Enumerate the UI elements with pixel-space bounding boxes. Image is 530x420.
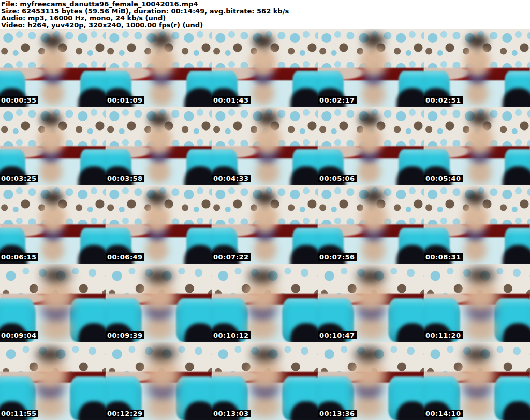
timestamp-overlay: 00:09:39	[106, 331, 144, 339]
timestamp-overlay: 00:06:49	[106, 253, 144, 261]
blurred-subject-placeholder	[242, 110, 293, 185]
timestamp-overlay: 00:03:25	[0, 175, 38, 182]
blurred-subject-placeholder	[26, 112, 75, 185]
thumbnail-image-placeholder	[106, 107, 212, 185]
timestamp-overlay: 00:13:36	[318, 410, 357, 417]
video-thumbnail: 00:03:25	[0, 107, 106, 185]
blurred-subject-placeholder	[348, 189, 399, 264]
video-thumbnail: 00:08:31	[424, 185, 530, 263]
blurred-subject-placeholder	[230, 269, 295, 342]
video-thumbnail: 00:14:10	[424, 342, 530, 420]
timestamp-overlay: 00:11:20	[424, 331, 463, 339]
video-thumbnail: 00:00:35	[0, 29, 106, 107]
video-thumbnail: 00:09:04	[0, 264, 106, 342]
blurred-subject-placeholder	[28, 190, 77, 263]
blurred-subject-placeholder	[128, 345, 197, 420]
thumbnail-image-placeholder	[318, 264, 424, 342]
timestamp-overlay: 00:03:58	[106, 175, 144, 182]
blurred-subject-placeholder	[451, 190, 499, 263]
timestamp-overlay: 00:07:22	[212, 253, 251, 261]
timestamp-overlay: 00:08:31	[424, 253, 463, 261]
thumbnail-image-placeholder	[0, 264, 106, 342]
timestamp-overlay: 00:02:51	[424, 96, 463, 104]
blurred-subject-placeholder	[453, 34, 502, 107]
video-thumbnail: 00:10:12	[212, 264, 318, 342]
video-info-line: Video: h264, yuv420p, 320x240, 1000.00 f…	[1, 22, 530, 29]
video-thumbnail: 00:03:58	[106, 107, 212, 185]
timestamp-overlay: 00:10:12	[212, 331, 251, 339]
thumbnail-image-placeholder	[0, 185, 106, 263]
video-thumbnail: 00:09:39	[106, 264, 212, 342]
blurred-subject-placeholder	[232, 347, 298, 420]
timestamp-overlay: 00:05:06	[318, 175, 357, 182]
video-thumbnail: 00:13:36	[318, 342, 424, 420]
blurred-subject-placeholder	[348, 32, 399, 107]
thumbnail-image-placeholder	[212, 342, 318, 420]
timestamp-overlay: 00:09:04	[0, 331, 38, 339]
blurred-subject-placeholder	[135, 112, 183, 185]
video-thumbnail: 00:07:56	[318, 185, 424, 263]
thumbnail-image-placeholder	[424, 342, 530, 420]
timestamp-overlay: 00:14:10	[424, 410, 463, 417]
thumbnail-image-placeholder	[318, 185, 424, 263]
thumbnail-image-placeholder	[0, 107, 106, 185]
timestamp-overlay: 00:11:55	[0, 410, 38, 417]
blurred-subject-placeholder	[447, 267, 515, 342]
blurred-subject-placeholder	[239, 34, 287, 107]
thumbnail-image-placeholder	[212, 264, 318, 342]
thumbnail-image-placeholder	[424, 107, 530, 185]
video-thumbnail: 00:01:09	[106, 29, 212, 107]
thumbnail-image-placeholder	[0, 342, 106, 420]
video-thumbnail: 00:04:33	[212, 107, 318, 185]
blurred-subject-placeholder	[136, 32, 187, 107]
video-thumbnail: 00:05:40	[424, 107, 530, 185]
thumbnail-image-placeholder	[212, 185, 318, 263]
timestamp-overlay: 00:01:09	[106, 96, 144, 104]
video-thumbnail: 00:12:29	[106, 342, 212, 420]
video-thumbnail: 00:13:03	[212, 342, 318, 420]
thumbnail-image-placeholder	[424, 264, 530, 342]
blurred-subject-placeholder	[345, 112, 393, 185]
video-thumbnail: 00:02:17	[318, 29, 424, 107]
video-thumbnail: 00:01:43	[212, 29, 318, 107]
thumbnail-image-placeholder	[424, 29, 530, 107]
thumbnail-image-placeholder	[212, 29, 318, 107]
blurred-subject-placeholder	[132, 190, 181, 263]
timestamp-overlay: 00:06:15	[0, 253, 38, 261]
timestamp-overlay: 00:01:43	[212, 96, 251, 104]
blurred-subject-placeholder	[336, 347, 401, 420]
video-thumbnail: 00:11:20	[424, 264, 530, 342]
thumbnail-image-placeholder	[106, 342, 212, 420]
timestamp-overlay: 00:12:29	[106, 410, 144, 417]
audio-info-line: Audio: mp3, 16000 Hz, mono, 24 kb/s (und…	[1, 15, 530, 22]
timestamp-overlay: 00:13:03	[212, 410, 251, 417]
thumbnail-grid: 00:00:35 00:01:09 00:01:43	[0, 29, 530, 420]
timestamp-overlay: 00:04:33	[212, 175, 251, 182]
timestamp-overlay: 00:07:56	[318, 253, 357, 261]
video-thumbnail: 00:10:47	[318, 264, 424, 342]
thumbnail-image-placeholder	[318, 107, 424, 185]
file-name-line: File: myfreecams_danutta96_female_100420…	[1, 1, 530, 8]
thumbnail-image-placeholder	[318, 342, 424, 420]
video-thumbnail: 00:05:06	[318, 107, 424, 185]
thumbnail-image-placeholder	[106, 29, 212, 107]
thumbnail-image-placeholder	[318, 29, 424, 107]
blurred-subject-placeholder	[338, 269, 404, 342]
video-thumbnail: 00:06:15	[0, 185, 106, 263]
blurred-subject-placeholder	[22, 267, 91, 342]
blurred-subject-placeholder	[241, 190, 289, 263]
file-size-line: Size: 62453115 bytes (59.56 MiB), durati…	[1, 8, 530, 15]
thumbnail-image-placeholder	[106, 264, 212, 342]
video-thumbnail: 00:07:22	[212, 185, 318, 263]
video-thumbnail: 00:02:51	[424, 29, 530, 107]
thumbnail-image-placeholder	[424, 185, 530, 263]
timestamp-overlay: 00:05:40	[424, 175, 463, 182]
timestamp-overlay: 00:00:35	[0, 96, 38, 104]
file-info-header: File: myfreecams_danutta96_female_100420…	[0, 0, 530, 29]
thumbnail-image-placeholder	[0, 29, 106, 107]
timestamp-overlay: 00:02:17	[318, 96, 357, 104]
blurred-subject-placeholder	[126, 269, 192, 342]
video-thumbnail: 00:11:55	[0, 342, 106, 420]
blurred-subject-placeholder	[28, 34, 77, 107]
timestamp-overlay: 00:10:47	[318, 331, 357, 339]
